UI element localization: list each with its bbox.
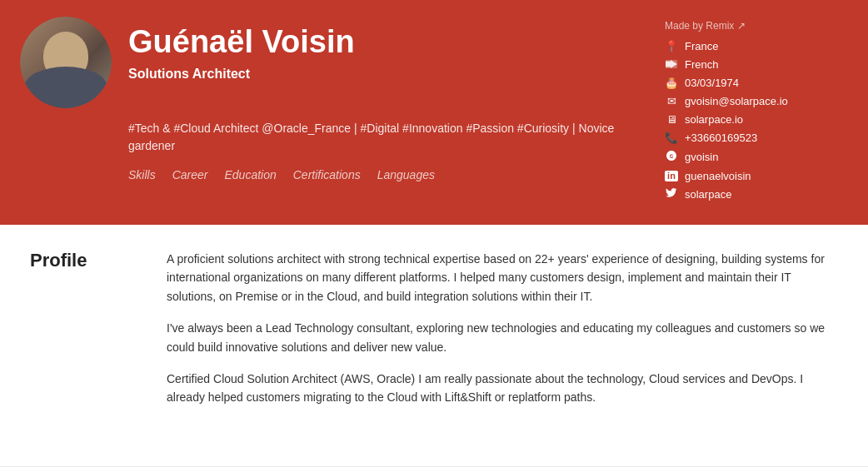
profile-section-title: Profile bbox=[30, 250, 147, 407]
person-name: Guénaël Voisin bbox=[128, 25, 355, 60]
nav-links: Skills Career Education Certifications L… bbox=[20, 168, 648, 195]
location-icon: 📍 bbox=[665, 40, 678, 52]
nav-education[interactable]: Education bbox=[224, 168, 276, 181]
info-website: 🖥 solarpace.io bbox=[665, 113, 848, 126]
bio-text: #Tech & #Cloud Architect @Oracle_France … bbox=[20, 120, 648, 155]
made-by-label: Made by Remix ↗ bbox=[665, 20, 848, 32]
skype-value: gvoisin bbox=[685, 151, 718, 163]
birthday-icon: 🎂 bbox=[665, 77, 678, 89]
header-left: Guénaël Voisin Solutions Architect #Tech… bbox=[20, 17, 665, 225]
language-value: French bbox=[685, 58, 718, 71]
phone-icon: 📞 bbox=[665, 132, 678, 144]
external-link-icon: ↗ bbox=[737, 20, 746, 32]
info-twitter: solarpace bbox=[665, 188, 848, 201]
main-content: Profile A proficient solutions architect… bbox=[0, 225, 868, 466]
profile-paragraph-1: A proficient solutions architect with st… bbox=[167, 250, 838, 306]
header-sidebar: Made by Remix ↗ 📍 France French 🎂 03/03/… bbox=[665, 17, 848, 225]
twitter-value: solarpace bbox=[685, 188, 731, 201]
info-phone: 📞 +33660169523 bbox=[665, 132, 848, 144]
avatar-image bbox=[20, 17, 112, 108]
email-value: gvoisin@solarpace.io bbox=[685, 95, 788, 107]
phone-value: +33660169523 bbox=[685, 132, 757, 144]
nav-skills[interactable]: Skills bbox=[128, 168, 156, 181]
birthday-value: 03/03/1974 bbox=[685, 77, 739, 89]
nav-certifications[interactable]: Certifications bbox=[293, 168, 361, 181]
info-linkedin: in guenaelvoisin bbox=[665, 170, 848, 182]
info-skype: gvoisin bbox=[665, 150, 848, 164]
profile-paragraph-2: I've always been a Lead Technology consu… bbox=[167, 319, 838, 356]
made-by-text: Made by Remix bbox=[665, 20, 734, 32]
info-location: 📍 France bbox=[665, 40, 848, 52]
skype-icon bbox=[665, 150, 678, 164]
name-title-block: Guénaël Voisin Solutions Architect bbox=[128, 17, 355, 82]
header-section: Guénaël Voisin Solutions Architect #Tech… bbox=[0, 0, 868, 225]
email-icon: ✉ bbox=[665, 95, 678, 107]
linkedin-value: guenaelvoisin bbox=[685, 170, 751, 182]
flag-icon bbox=[665, 58, 678, 71]
avatar bbox=[20, 17, 112, 108]
header-top: Guénaël Voisin Solutions Architect bbox=[20, 17, 648, 108]
profile-paragraph-3: Certified Cloud Solution Architect (AWS,… bbox=[167, 370, 838, 407]
website-icon: 🖥 bbox=[665, 113, 678, 126]
profile-content: A proficient solutions architect with st… bbox=[167, 250, 838, 407]
website-value: solarpace.io bbox=[685, 113, 743, 126]
linkedin-icon: in bbox=[665, 171, 678, 181]
person-title: Solutions Architect bbox=[128, 67, 355, 82]
nav-languages[interactable]: Languages bbox=[377, 168, 435, 181]
twitter-icon bbox=[665, 188, 678, 201]
info-email: ✉ gvoisin@solarpace.io bbox=[665, 95, 848, 107]
info-birthday: 🎂 03/03/1974 bbox=[665, 77, 848, 89]
nav-career[interactable]: Career bbox=[172, 168, 208, 181]
info-language: French bbox=[665, 58, 848, 71]
location-value: France bbox=[685, 40, 718, 52]
profile-section: Profile A proficient solutions architect… bbox=[30, 250, 838, 407]
